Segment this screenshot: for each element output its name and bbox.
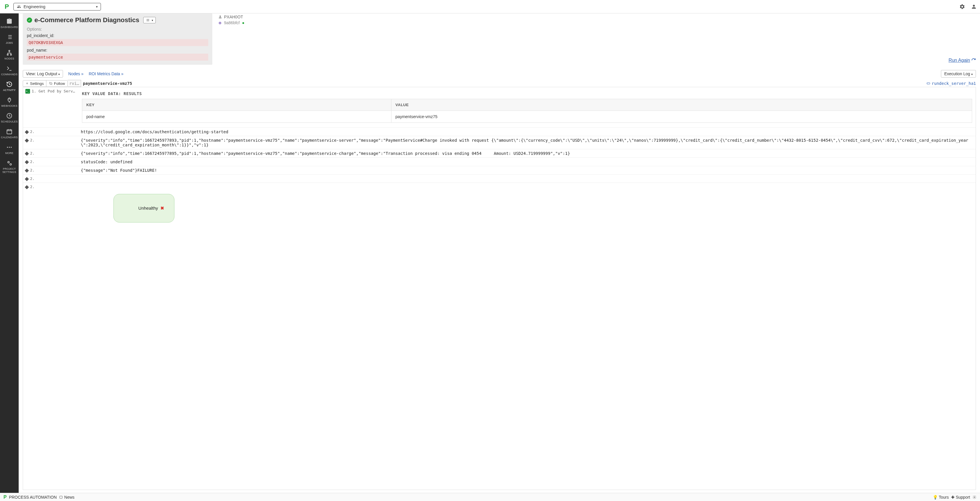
main-content: ✓ e-Commerce Platform Diagnostics ▾ Opti…: [19, 13, 980, 493]
diamond-icon: [25, 152, 29, 156]
sidebar-item-nodes[interactable]: NODES: [0, 47, 19, 62]
svg-rect-22: [60, 496, 62, 498]
eye-off-icon: [49, 82, 53, 85]
job-actions-button[interactable]: ▾: [143, 17, 156, 23]
sidebar: DASHBOARD JOBS NODES COMMANDS ACTIVITY W…: [0, 13, 19, 493]
step-label: 2.: [30, 159, 35, 164]
person-icon: [218, 15, 222, 19]
option-key-pod: pod_name:: [27, 48, 208, 52]
success-icon: ✓: [27, 17, 32, 23]
server-link[interactable]: rundeck_server_ha1: [926, 81, 976, 86]
commit-hash: 9a86bfcf: [224, 21, 240, 25]
sidebar-item-jobs[interactable]: JOBS: [0, 32, 19, 47]
job-card: ✓ e-Commerce Platform Diagnostics ▾ Opti…: [23, 13, 212, 65]
log-message: {"severity":"info","time":1667245977895,…: [78, 149, 975, 157]
chevron-down-icon: ▾: [152, 19, 153, 22]
roi-link[interactable]: ROI Metrics Data »: [89, 72, 123, 76]
clock-icon: [6, 113, 13, 119]
job-title: e-Commerce Platform Diagnostics: [34, 16, 139, 24]
bulb-icon: 💡: [933, 495, 938, 499]
view-selector[interactable]: View: Log Output ▾: [23, 70, 63, 78]
list-menu-icon: [146, 18, 150, 22]
gear-icon: [25, 82, 29, 85]
plus-icon: ✚: [951, 495, 955, 499]
sidebar-item-commands[interactable]: COMMANDS: [0, 63, 19, 78]
calendar-icon: [6, 128, 13, 135]
sidebar-item-webhooks[interactable]: WEBHOOKS: [0, 94, 19, 110]
svg-point-16: [10, 164, 12, 165]
option-value-incident: Q07OKBVO3XEXGA: [27, 39, 208, 46]
svg-rect-18: [147, 20, 150, 21]
log-message: https://cloud.google.com/docs/authentica…: [78, 128, 975, 136]
cross-icon: ✖: [159, 205, 164, 210]
footer-settings-icon[interactable]: [972, 495, 977, 499]
users-icon: [17, 5, 21, 9]
clipboard-icon: [6, 18, 13, 24]
gear-icon: [972, 495, 977, 499]
step-label: 2.: [30, 129, 35, 134]
project-selector[interactable]: Engineering ▾: [13, 3, 101, 11]
diamond-icon: [25, 185, 29, 189]
follow-button[interactable]: Follow: [46, 81, 67, 87]
node-name: paymentservice-vmz75: [83, 81, 132, 86]
chevron-down-icon: ▾: [96, 5, 98, 9]
refresh-icon: [971, 58, 976, 63]
status-badge: Unhealthy ✖: [113, 194, 174, 223]
project-name: Engineering: [24, 4, 46, 9]
execution-user: PXAH0OT: [224, 14, 243, 19]
footer-tours[interactable]: 💡 Tours: [933, 495, 949, 499]
diamond-icon: [25, 169, 29, 173]
log-message: {"message":"Not Found"}FAILURE!: [78, 166, 975, 174]
sidebar-item-dashboard[interactable]: DASHBOARD: [0, 16, 19, 31]
svg-rect-19: [147, 21, 150, 21]
step-label: 2.: [30, 168, 35, 172]
log-message: [78, 175, 975, 178]
option-value-pod: paymentservice: [27, 54, 208, 60]
hdd-icon: [926, 82, 931, 85]
svg-point-12: [7, 147, 8, 148]
kv-header: KEY VALUE DATA: RESULTS: [78, 87, 975, 99]
footer-brand[interactable]: PROCESS AUTOMATION: [9, 495, 57, 499]
svg-point-13: [9, 147, 10, 148]
user-icon[interactable]: [970, 3, 977, 10]
step-label: 2.: [30, 177, 35, 181]
rvi-field[interactable]: rvi…: [68, 80, 81, 87]
option-key-incident: pd_incident_id:: [27, 33, 208, 38]
diamond-icon: [25, 130, 29, 134]
options-label: Options:: [27, 27, 208, 32]
sidebar-item-activity[interactable]: ACTIVITY: [0, 79, 19, 94]
log-message: {"severity":"info","time":1667245977893,…: [78, 136, 975, 149]
kv-key: pod-name: [82, 111, 391, 123]
step-label: 2.: [30, 151, 35, 156]
sidebar-item-more[interactable]: MORE: [0, 142, 19, 157]
log-message: Unhealthy ✖: [78, 183, 975, 234]
run-again-link[interactable]: Run Again: [948, 58, 976, 63]
gear-icon[interactable]: [959, 3, 966, 10]
list-icon: [6, 34, 13, 40]
kv-value: paymentservice-vmz75: [391, 111, 972, 123]
terminal-icon: [6, 65, 13, 72]
footer-support[interactable]: ✚ Support: [951, 495, 970, 499]
kv-table: KEY VALUE pod-name paymentservice-vmz75: [82, 99, 972, 123]
brand-logo: P: [3, 3, 11, 11]
sidebar-item-project-settings[interactable]: PROJECT SETTINGS: [0, 157, 19, 176]
step-label: 2.: [30, 184, 35, 189]
branch-icon: ❖: [218, 21, 222, 25]
nodes-link[interactable]: Nodes »: [68, 72, 83, 76]
footer: P PROCESS AUTOMATION News 💡 Tours ✚ Supp…: [0, 493, 980, 501]
plug-icon: [6, 97, 13, 103]
history-icon: [6, 81, 13, 87]
svg-point-21: [928, 83, 928, 84]
sidebar-item-schedules[interactable]: SCHEDULES: [0, 110, 19, 126]
gears-icon: [6, 160, 13, 166]
log-message: statusCode: undefined: [78, 158, 975, 166]
caret-down-icon: ▾: [971, 73, 973, 76]
sidebar-item-calendars[interactable]: CALENDARS: [0, 126, 19, 141]
dots-icon: [6, 144, 13, 151]
execution-log-selector[interactable]: Execution Log ▾: [941, 70, 976, 78]
step-label: 1. Get Pod by Servi…: [32, 89, 76, 93]
sitemap-icon: [6, 49, 13, 56]
settings-button[interactable]: Settings: [23, 81, 46, 87]
footer-news[interactable]: News: [59, 495, 75, 499]
table-row: pod-name paymentservice-vmz75: [82, 111, 972, 123]
